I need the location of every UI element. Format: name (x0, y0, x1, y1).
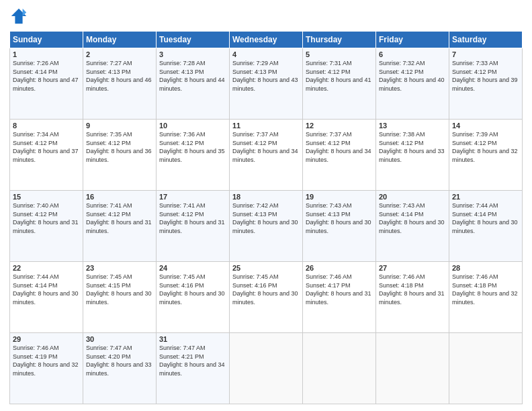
cell-info: Sunrise: 7:35 AMSunset: 4:12 PMDaylight:… (86, 131, 152, 163)
table-row: 24 Sunrise: 7:45 AMSunset: 4:16 PMDaylig… (157, 262, 230, 333)
day-number: 1 (13, 50, 80, 58)
col-header-thursday: Thursday (303, 32, 376, 48)
day-number: 5 (306, 50, 373, 58)
table-row: 16 Sunrise: 7:41 AMSunset: 4:12 PMDaylig… (83, 191, 157, 262)
table-row: 4 Sunrise: 7:29 AMSunset: 4:13 PMDayligh… (230, 48, 303, 120)
calendar-table: SundayMondayTuesdayWednesdayThursdayFrid… (9, 31, 523, 404)
cell-info: Sunrise: 7:46 AMSunset: 4:18 PMDaylight:… (379, 273, 445, 306)
logo (9, 7, 31, 26)
table-row: 13 Sunrise: 7:38 AMSunset: 4:12 PMDaylig… (376, 120, 449, 191)
day-number: 26 (306, 264, 373, 272)
cell-info: Sunrise: 7:32 AMSunset: 4:12 PMDaylight:… (379, 60, 445, 92)
day-number: 6 (379, 50, 446, 58)
table-row: 7 Sunrise: 7:33 AMSunset: 4:12 PMDayligh… (449, 48, 523, 120)
day-number: 3 (159, 50, 226, 58)
table-row: 25 Sunrise: 7:45 AMSunset: 4:16 PMDaylig… (230, 262, 303, 333)
cell-info: Sunrise: 7:37 AMSunset: 4:12 PMDaylight:… (306, 131, 371, 163)
day-number: 21 (452, 193, 519, 201)
cell-info: Sunrise: 7:41 AMSunset: 4:12 PMDaylight:… (86, 202, 152, 234)
col-header-monday: Monday (83, 32, 157, 48)
table-row: 1 Sunrise: 7:26 AMSunset: 4:14 PMDayligh… (10, 48, 83, 120)
table-row: 26 Sunrise: 7:46 AMSunset: 4:17 PMDaylig… (303, 262, 376, 333)
table-row: 18 Sunrise: 7:42 AMSunset: 4:13 PMDaylig… (230, 191, 303, 262)
table-row (376, 333, 449, 404)
col-header-wednesday: Wednesday (230, 32, 303, 48)
day-number: 13 (379, 122, 446, 130)
cell-info: Sunrise: 7:44 AMSunset: 4:14 PMDaylight:… (13, 273, 79, 306)
table-row: 6 Sunrise: 7:32 AMSunset: 4:12 PMDayligh… (376, 48, 449, 120)
cell-info: Sunrise: 7:33 AMSunset: 4:12 PMDaylight:… (452, 60, 518, 92)
day-number: 10 (159, 122, 226, 130)
day-number: 9 (86, 122, 153, 130)
table-row (303, 333, 376, 404)
cell-info: Sunrise: 7:27 AMSunset: 4:13 PMDaylight:… (86, 60, 152, 92)
cell-info: Sunrise: 7:47 AMSunset: 4:21 PMDaylight:… (159, 345, 225, 377)
page: SundayMondayTuesdayWednesdayThursdayFrid… (0, 0, 532, 411)
cell-info: Sunrise: 7:45 AMSunset: 4:16 PMDaylight:… (232, 273, 298, 306)
day-number: 4 (232, 50, 300, 58)
col-header-saturday: Saturday (449, 32, 523, 48)
cell-info: Sunrise: 7:28 AMSunset: 4:13 PMDaylight:… (159, 60, 225, 92)
cell-info: Sunrise: 7:40 AMSunset: 4:12 PMDaylight:… (13, 202, 79, 234)
col-header-tuesday: Tuesday (157, 32, 230, 48)
cell-info: Sunrise: 7:44 AMSunset: 4:14 PMDaylight:… (452, 202, 518, 234)
day-number: 14 (452, 122, 519, 130)
cell-info: Sunrise: 7:45 AMSunset: 4:15 PMDaylight:… (86, 273, 152, 306)
day-number: 16 (86, 193, 153, 201)
header (9, 7, 523, 26)
day-number: 28 (452, 264, 519, 272)
cell-info: Sunrise: 7:38 AMSunset: 4:12 PMDaylight:… (379, 131, 445, 163)
table-row: 23 Sunrise: 7:45 AMSunset: 4:15 PMDaylig… (83, 262, 157, 333)
cell-info: Sunrise: 7:43 AMSunset: 4:14 PMDaylight:… (379, 202, 445, 234)
day-number: 27 (379, 264, 446, 272)
table-row: 10 Sunrise: 7:36 AMSunset: 4:12 PMDaylig… (157, 120, 230, 191)
day-number: 23 (86, 264, 153, 272)
table-row: 17 Sunrise: 7:41 AMSunset: 4:12 PMDaylig… (157, 191, 230, 262)
cell-info: Sunrise: 7:26 AMSunset: 4:14 PMDaylight:… (13, 60, 79, 92)
table-row: 30 Sunrise: 7:47 AMSunset: 4:20 PMDaylig… (83, 333, 157, 404)
table-row: 9 Sunrise: 7:35 AMSunset: 4:12 PMDayligh… (83, 120, 157, 191)
cell-info: Sunrise: 7:45 AMSunset: 4:16 PMDaylight:… (159, 273, 225, 306)
cell-info: Sunrise: 7:41 AMSunset: 4:12 PMDaylight:… (159, 202, 225, 234)
cell-info: Sunrise: 7:34 AMSunset: 4:12 PMDaylight:… (13, 131, 79, 163)
day-number: 17 (159, 193, 226, 201)
table-row: 2 Sunrise: 7:27 AMSunset: 4:13 PMDayligh… (83, 48, 157, 120)
cell-info: Sunrise: 7:42 AMSunset: 4:13 PMDaylight:… (232, 202, 298, 234)
table-row: 12 Sunrise: 7:37 AMSunset: 4:12 PMDaylig… (303, 120, 376, 191)
logo-icon (9, 7, 28, 26)
day-number: 20 (379, 193, 446, 201)
table-row: 11 Sunrise: 7:37 AMSunset: 4:12 PMDaylig… (230, 120, 303, 191)
day-number: 31 (159, 335, 226, 343)
table-row: 8 Sunrise: 7:34 AMSunset: 4:12 PMDayligh… (10, 120, 83, 191)
day-number: 25 (232, 264, 300, 272)
table-row: 31 Sunrise: 7:47 AMSunset: 4:21 PMDaylig… (157, 333, 230, 404)
table-row: 15 Sunrise: 7:40 AMSunset: 4:12 PMDaylig… (10, 191, 83, 262)
cell-info: Sunrise: 7:39 AMSunset: 4:12 PMDaylight:… (452, 131, 518, 163)
day-number: 22 (13, 264, 80, 272)
table-row: 5 Sunrise: 7:31 AMSunset: 4:12 PMDayligh… (303, 48, 376, 120)
day-number: 24 (159, 264, 226, 272)
table-row: 14 Sunrise: 7:39 AMSunset: 4:12 PMDaylig… (449, 120, 523, 191)
cell-info: Sunrise: 7:37 AMSunset: 4:12 PMDaylight:… (232, 131, 298, 163)
day-number: 8 (13, 122, 80, 130)
cell-info: Sunrise: 7:46 AMSunset: 4:17 PMDaylight:… (306, 273, 371, 306)
day-number: 7 (452, 50, 519, 58)
table-row: 29 Sunrise: 7:46 AMSunset: 4:19 PMDaylig… (10, 333, 83, 404)
cell-info: Sunrise: 7:47 AMSunset: 4:20 PMDaylight:… (86, 345, 152, 377)
day-number: 18 (232, 193, 300, 201)
cell-info: Sunrise: 7:29 AMSunset: 4:13 PMDaylight:… (232, 60, 298, 92)
table-row: 27 Sunrise: 7:46 AMSunset: 4:18 PMDaylig… (376, 262, 449, 333)
cell-info: Sunrise: 7:36 AMSunset: 4:12 PMDaylight:… (159, 131, 225, 163)
col-header-sunday: Sunday (10, 32, 83, 48)
cell-info: Sunrise: 7:46 AMSunset: 4:18 PMDaylight:… (452, 273, 518, 306)
table-row: 20 Sunrise: 7:43 AMSunset: 4:14 PMDaylig… (376, 191, 449, 262)
day-number: 29 (13, 335, 80, 343)
cell-info: Sunrise: 7:46 AMSunset: 4:19 PMDaylight:… (13, 345, 79, 377)
table-row (230, 333, 303, 404)
table-row: 22 Sunrise: 7:44 AMSunset: 4:14 PMDaylig… (10, 262, 83, 333)
cell-info: Sunrise: 7:43 AMSunset: 4:13 PMDaylight:… (306, 202, 371, 234)
table-row: 3 Sunrise: 7:28 AMSunset: 4:13 PMDayligh… (157, 48, 230, 120)
day-number: 30 (86, 335, 153, 343)
day-number: 19 (306, 193, 373, 201)
day-number: 11 (232, 122, 300, 130)
